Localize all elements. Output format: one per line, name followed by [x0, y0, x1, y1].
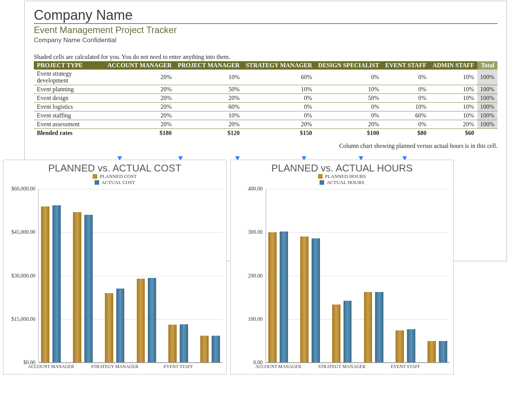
table-row[interactable]: Event assessment20%20%20%20%0%20%100%: [34, 120, 497, 129]
y-axis-label: $15,000.00: [5, 316, 35, 322]
legend-label: PLANNED COST: [100, 173, 136, 179]
col-header[interactable]: ACCOUNT MANAGER: [104, 61, 175, 70]
bar-group: EVENT STAFF: [393, 189, 418, 362]
bar-group: [425, 189, 450, 362]
legend-label: PLANNED HOURS: [325, 173, 366, 179]
col-header[interactable]: STRATEGY MANAGER: [243, 61, 315, 70]
chart-legend: PLANNED COSTACTUAL COST: [3, 173, 226, 186]
table-row[interactable]: Event staffing20%10%0%0%60%10%100%: [34, 111, 497, 120]
chart-card: PLANNED vs. ACTUAL HOURSPLANNED HOURSACT…: [230, 160, 454, 374]
table-row[interactable]: Event logistics20%60%0%0%10%10%100%: [34, 103, 497, 111]
hint-text: Shaded cells are calculated for you. You…: [34, 53, 497, 60]
bar-planned: [332, 305, 340, 362]
y-axis-label: $45,000.00: [5, 229, 35, 235]
bar-group: [298, 189, 322, 362]
bar-actual: [116, 289, 125, 362]
allocation-table[interactable]: PROJECT TYPEACCOUNT MANAGERPROJECT MANAG…: [34, 61, 497, 137]
charts-container: PLANNED vs. ACTUAL COSTPLANNED COSTACTUA…: [3, 160, 454, 374]
chart-plot: 0.00100.00200.00300.00400.00ACCOUNT MANA…: [266, 189, 450, 363]
legend-label: ACTUAL HOURS: [326, 179, 364, 186]
x-axis-label: ACCOUNT MANAGER: [254, 362, 303, 370]
bar-planned: [428, 341, 436, 362]
chart-card: PLANNED vs. ACTUAL COSTPLANNED COSTACTUA…: [3, 160, 226, 374]
bar-group: [134, 189, 158, 362]
y-axis-label: 100.00: [232, 316, 263, 322]
confidential-label: Company Name Confidential: [34, 36, 497, 44]
chart-note: Column chart showing planned versus actu…: [34, 143, 497, 149]
bar-planned: [137, 279, 145, 362]
bar-actual: [407, 329, 415, 362]
bar-planned: [41, 206, 49, 362]
y-axis-label: 300.00: [232, 229, 263, 235]
col-header[interactable]: PROJECT MANAGER: [175, 61, 243, 70]
bar-actual: [180, 324, 188, 362]
bar-actual: [344, 301, 352, 362]
y-axis-label: 400.00: [232, 186, 263, 192]
bar-planned: [300, 236, 309, 362]
col-header[interactable]: Total: [477, 61, 497, 70]
bar-group: STRATEGY MANAGER: [102, 189, 127, 362]
y-axis-label: $60,000.00: [5, 186, 35, 192]
table-row[interactable]: Event planning20%50%10%10%0%10%100%: [34, 85, 497, 94]
bar-actual: [375, 292, 383, 362]
rates-row[interactable]: Blended rates$180$120$150$100$80$60: [34, 129, 497, 138]
x-axis-label: EVENT STAFF: [154, 362, 203, 370]
legend-swatch: [95, 180, 99, 185]
table-row[interactable]: Event strategy development20%10%60%0%0%1…: [34, 70, 497, 85]
bar-actual: [212, 336, 220, 362]
x-axis-label: ACCOUNT MANAGER: [27, 362, 76, 370]
col-header[interactable]: PROJECT TYPE: [34, 61, 104, 70]
bar-actual: [280, 232, 288, 362]
bar-actual: [312, 238, 320, 362]
y-axis-label: $30,000.00: [5, 273, 35, 279]
chart-plot: $0.00$15,000.00$30,000.00$45,000.00$60,0…: [38, 189, 222, 363]
bar-planned: [396, 330, 404, 362]
header-rule: [34, 23, 497, 24]
y-axis-label: 200.00: [232, 273, 263, 279]
x-axis-label: EVENT STAFF: [381, 362, 430, 370]
col-header[interactable]: ADMIN STAFF: [429, 61, 477, 70]
bar-actual: [148, 278, 156, 362]
bar-group: EVENT STAFF: [166, 189, 190, 362]
bar-group: STRATEGY MANAGER: [329, 189, 354, 362]
company-name: Company Name: [34, 8, 497, 22]
chart-title: PLANNED vs. ACTUAL HOURS: [231, 162, 453, 174]
col-header[interactable]: EVENT STAFF: [382, 61, 429, 70]
bar-actual: [439, 341, 447, 362]
table-row[interactable]: Event design20%20%0%50%0%10%100%: [34, 94, 497, 103]
bar-group: [361, 189, 386, 362]
bar-group: ACCOUNT MANAGER: [266, 189, 290, 362]
bar-actual: [84, 215, 93, 362]
bar-planned: [364, 292, 372, 362]
x-axis-label: STRATEGY MANAGER: [90, 362, 139, 370]
bar-group: ACCOUNT MANAGER: [39, 189, 63, 362]
bar-actual: [52, 205, 61, 362]
chart-legend: PLANNED HOURSACTUAL HOURS: [231, 173, 453, 186]
legend-label: ACTUAL COST: [101, 179, 135, 186]
document-title: Event Management Project Tracker: [34, 25, 497, 36]
bar-planned: [200, 336, 209, 362]
legend-swatch: [318, 174, 323, 179]
bar-planned: [168, 325, 177, 362]
bar-planned: [268, 232, 277, 362]
bar-group: [198, 189, 222, 362]
legend-swatch: [320, 180, 324, 185]
col-header[interactable]: DESIGN SPECIALIST: [315, 61, 382, 70]
x-axis-label: STRATEGY MANAGER: [317, 362, 366, 370]
bar-planned: [105, 293, 113, 362]
bar-planned: [73, 212, 81, 362]
legend-swatch: [93, 174, 97, 179]
chart-title: PLANNED vs. ACTUAL COST: [3, 162, 226, 174]
bar-group: [71, 189, 95, 362]
